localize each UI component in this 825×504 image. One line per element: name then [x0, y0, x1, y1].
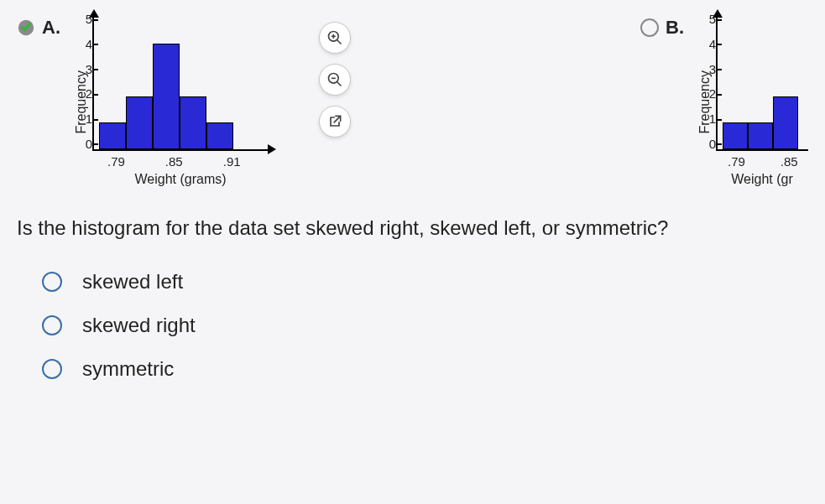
external-link-icon [326, 113, 343, 130]
chart-a: Frequency 5 4 3 2 1 0 [74, 17, 269, 187]
ytick: 5 [76, 12, 92, 26]
svg-line-2 [337, 40, 342, 44]
option-b-radio[interactable] [640, 18, 659, 37]
ytick: 1 [76, 112, 92, 126]
chart-b-inner: 5 4 3 2 1 0 .79 .85 [716, 17, 808, 187]
ytick: 1 [699, 112, 716, 126]
bar [153, 44, 180, 149]
radio-icon[interactable] [42, 359, 62, 379]
x-axis-arrow-icon [268, 144, 276, 154]
ytick: 0 [699, 137, 716, 151]
xtick: .85 [165, 154, 183, 169]
xtick: .85 [781, 154, 798, 169]
svg-line-6 [337, 82, 342, 86]
ytick: 4 [76, 37, 92, 51]
checkmark-icon [17, 18, 35, 37]
option-b[interactable]: B. Frequency 5 4 3 2 1 0 [640, 17, 808, 187]
chart-b-plot: 5 4 3 2 1 0 [716, 17, 808, 151]
xtick: .79 [107, 154, 125, 169]
option-a[interactable]: A. Frequency 5 4 3 2 1 0 [17, 17, 269, 187]
chart-b-bars [718, 17, 798, 149]
ytick: 5 [699, 12, 716, 26]
ytick: 3 [76, 62, 92, 76]
chart-a-xticks: .79 .85 .91 [92, 154, 269, 169]
bar [748, 122, 773, 149]
answer-label: symmetric [82, 357, 174, 381]
option-a-radio-selected[interactable] [17, 18, 35, 37]
chart-b-xlabel: Weight (gr [731, 172, 793, 187]
bar [99, 122, 126, 149]
answer-skewed-left[interactable]: skewed left [42, 270, 808, 294]
chart-b: Frequency 5 4 3 2 1 0 [697, 17, 808, 187]
chart-b-xticks: .79 .85 [716, 154, 808, 169]
zoom-out-button[interactable] [319, 64, 351, 96]
radio-icon[interactable] [42, 272, 62, 292]
ytick: 0 [76, 137, 92, 151]
chart-a-xlabel: Weight (grams) [134, 172, 226, 187]
bar [723, 122, 748, 149]
answer-symmetric[interactable]: symmetric [42, 357, 808, 381]
bar [180, 96, 206, 149]
zoom-out-icon [326, 71, 343, 88]
option-b-letter: B. [666, 17, 684, 39]
bar [126, 96, 153, 149]
zoom-in-button[interactable] [319, 22, 351, 54]
chart-controls [319, 22, 351, 187]
chart-a-yticks: 5 4 3 2 1 0 [76, 12, 92, 151]
question-text: Is the histogram for the data set skewed… [17, 216, 808, 240]
xtick: .79 [728, 154, 745, 169]
radio-icon[interactable] [42, 315, 62, 335]
ytick: 2 [76, 86, 92, 101]
answer-skewed-right[interactable]: skewed right [42, 314, 808, 337]
ytick: 3 [699, 62, 716, 76]
ytick: 2 [699, 86, 716, 101]
bar [773, 96, 798, 149]
ytick: 4 [699, 37, 716, 51]
chart-a-inner: 5 4 3 2 1 0 .7 [92, 17, 269, 187]
zoom-in-icon [326, 29, 343, 46]
answer-label: skewed right [82, 314, 196, 337]
chart-b-yticks: 5 4 3 2 1 0 [699, 12, 716, 151]
chart-options-row: A. Frequency 5 4 3 2 1 0 [17, 17, 808, 187]
bar [206, 122, 233, 149]
chart-a-bars [94, 17, 233, 149]
xtick: .91 [223, 154, 241, 169]
chart-a-plot: 5 4 3 2 1 0 [92, 17, 269, 151]
answer-label: skewed left [82, 270, 183, 294]
open-external-button[interactable] [319, 106, 351, 138]
answer-list: skewed left skewed right symmetric [17, 270, 808, 381]
option-a-letter: A. [42, 17, 60, 39]
